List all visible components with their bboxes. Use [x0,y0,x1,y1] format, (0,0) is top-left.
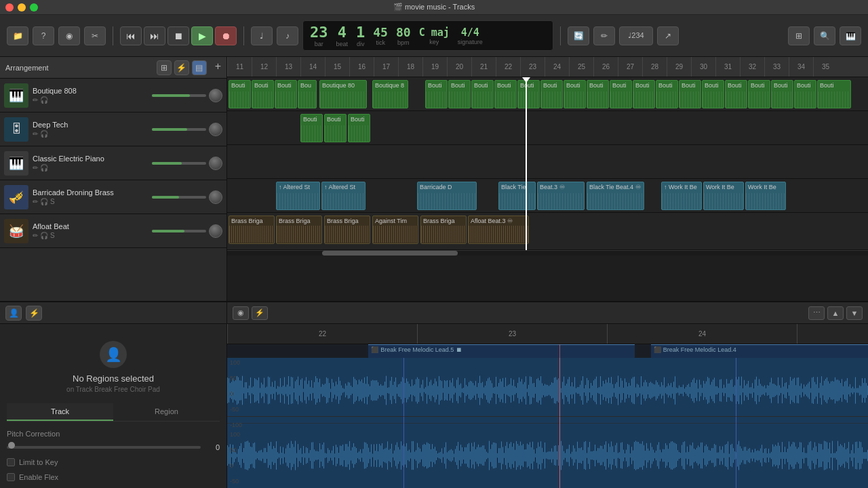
tab-region[interactable]: Region [113,403,220,421]
wf-clip-2[interactable]: ⬛ Break Free Melodic Lead.4 [651,344,868,358]
clip[interactable]: Brass Briga [420,216,467,244]
maximize-button[interactable] [30,3,38,12]
search-button[interactable]: 🔍 [814,26,835,45]
clip[interactable]: Brass Briga [276,216,322,244]
track-solo-btn[interactable]: S [50,232,55,239]
clip[interactable]: Bouti [252,80,274,108]
clip[interactable]: Bou [298,80,317,108]
pan-knob[interactable] [209,89,222,102]
volume-slider[interactable] [152,128,206,131]
track-headphone-btn[interactable]: 🎧 [40,130,48,138]
track-edit-btn[interactable]: ✏ [33,198,38,205]
arrangement-view[interactable]: ▤ [192,60,207,75]
clip[interactable]: ↑ Altered St [321,182,366,210]
track-edit-btn[interactable]: ✏ [33,232,38,239]
clip[interactable]: ↑ Altered St [276,182,320,210]
clip[interactable]: Bouti [300,114,323,142]
clip[interactable]: Bouti [679,80,701,108]
stop-button[interactable]: ⏹ [167,26,189,45]
track-solo-btn[interactable]: S [50,198,55,205]
enable-flex-checkbox[interactable] [7,473,15,481]
inspector-icon[interactable]: 👤 [5,306,22,321]
clip[interactable]: Work It Be [745,182,786,210]
play-button[interactable]: ▶ [191,26,213,45]
track-edit-btn[interactable]: ✏ [33,164,38,171]
clip[interactable]: Bouti [229,80,251,108]
clip[interactable]: Bouti [587,80,609,108]
rewind-button[interactable]: ⏮ [120,26,142,45]
clip[interactable]: Bouti [748,80,770,108]
clip[interactable]: Black Tie Beat.4 ♾ [587,182,644,210]
clip[interactable]: Bouti [771,80,793,108]
clip[interactable]: Bouti [656,80,678,108]
minimize-button[interactable] [18,3,26,12]
metronome-button[interactable]: ♩ [251,26,273,45]
clip[interactable]: Bouti [794,80,816,108]
track-headphone-btn[interactable]: 🎧 [40,164,48,171]
volume-slider[interactable] [152,94,206,97]
clip-barricade-d[interactable]: Barricade D [417,182,477,210]
clip[interactable]: Boutique 8 [372,80,408,108]
pencil-button[interactable]: ✏ [593,26,615,45]
add-track-button[interactable]: + [215,60,221,75]
pan-knob[interactable] [209,190,222,204]
cycle-button[interactable]: 🔄 [568,26,589,45]
clip[interactable]: Bouti [494,80,517,108]
clip[interactable]: Bouti [702,80,724,108]
track-headphone-btn[interactable]: 🎧 [40,96,48,104]
arrangement-options[interactable]: ⊞ [157,60,172,75]
volume-slider[interactable] [152,196,206,199]
fastforward-button[interactable]: ⏭ [144,26,165,45]
clip[interactable]: Work It Be [703,182,744,210]
clip[interactable]: Bouti [517,80,540,108]
clip-work-it-be[interactable]: ↑ Work It Be [661,182,702,210]
pan-knob[interactable] [209,157,222,170]
record-button[interactable]: ⏺ [215,26,237,45]
count-in-button[interactable]: ♪ [277,26,298,45]
pan-knob[interactable] [209,123,222,136]
clip[interactable]: Bouti [448,80,471,108]
help-button[interactable]: ? [33,26,54,45]
waveform-expand-btn[interactable]: ▲ [827,306,844,320]
clip[interactable]: Bouti [425,80,448,108]
limit-to-key-checkbox[interactable] [7,458,15,466]
pitch-slider[interactable] [7,446,201,449]
clip[interactable]: Bouti [633,80,655,108]
piano-roll-button[interactable]: 🎹 [840,26,861,45]
clip[interactable]: Bouti [348,114,370,142]
smartcontrols-button[interactable]: ◉ [58,26,80,45]
clip[interactable]: Against Tim [372,216,418,244]
tab-track[interactable]: Track [7,403,113,421]
export-button[interactable]: ↗ [657,26,679,45]
clip-black-beat-3[interactable]: Black Tie [498,182,536,210]
clip[interactable]: Bouti [471,80,494,108]
clip[interactable]: Bouti [540,80,563,108]
waveform-btn2[interactable]: ⚡ [252,306,268,320]
wf-clip-1[interactable]: ⬛ Break Free Melodic Lead.5 ⏹ [368,344,634,358]
arrangement-filter[interactable]: ⚡ [174,60,189,75]
mixer-button[interactable]: ⊞ [788,26,810,45]
waveform-zoom-btn[interactable]: ⋯ [808,306,825,320]
clip[interactable]: Boutique 80 [319,80,367,108]
clip[interactable]: Brass Briga [229,216,275,244]
pan-knob[interactable] [209,224,222,238]
close-button[interactable] [5,3,14,12]
track-edit-btn[interactable]: ✏ [33,130,38,138]
clip[interactable]: Bouti [725,80,747,108]
clip[interactable]: Bouti [275,80,297,108]
clip[interactable]: Bouti [610,80,632,108]
library-button[interactable]: 📁 [7,26,28,45]
clip[interactable]: Afloat Beat.3 ♾ [468,216,529,244]
clip[interactable]: Bouti [817,80,851,108]
track-headphone-btn[interactable]: 🎧 [40,232,48,239]
track-edit-btn[interactable]: ✏ [33,96,38,104]
clip[interactable]: Beat.3 ♾ [537,182,585,210]
volume-slider[interactable] [152,230,206,232]
clip[interactable]: Brass Briga [324,216,370,244]
waveform-btn1[interactable]: ◉ [233,306,249,320]
clip[interactable]: Bouti [564,80,586,108]
clip[interactable]: Bouti [324,114,347,142]
waveform-collapse-btn[interactable]: ▼ [846,306,863,320]
inspector-filter[interactable]: ⚡ [26,306,42,321]
track-headphone-btn[interactable]: 🎧 [40,198,48,205]
